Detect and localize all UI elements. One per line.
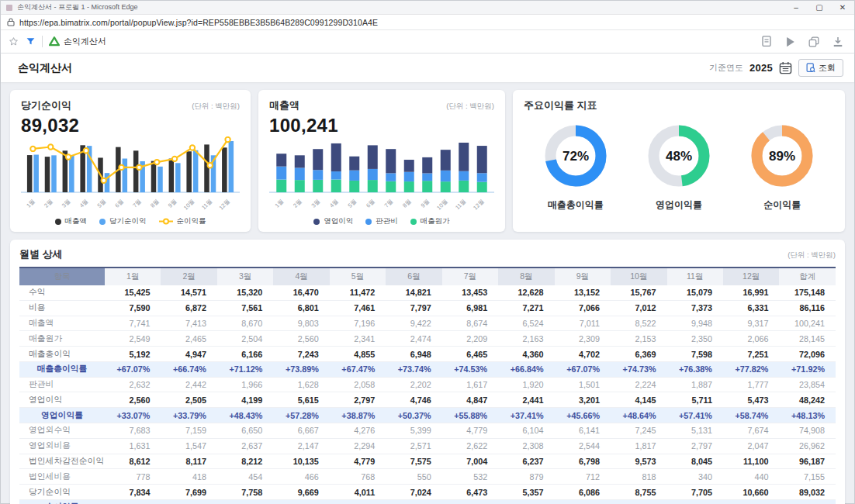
table-row: 영업외비용1,6311,5472,6372,1472,2942,5712,622…	[19, 438, 836, 454]
svg-text:2월: 2월	[292, 198, 303, 209]
url-bar[interactable]: https://epa.bimatrix.com/portal/popupVie…	[1, 15, 854, 30]
donut-label: 영업이익률	[656, 198, 702, 212]
cell-value: 2,632	[105, 377, 161, 392]
cell-value: 5,473	[723, 392, 779, 408]
cell-value: +57.41%	[667, 408, 723, 423]
cell-value: 2,202	[386, 377, 441, 392]
cell-value: 10,660	[723, 485, 779, 500]
cell-value: +71.92%	[779, 361, 836, 377]
legend-item[interactable]: 순이익률	[159, 216, 206, 226]
svg-text:7월: 7월	[383, 198, 395, 209]
cell-value: 12,628	[498, 285, 554, 300]
cell-value: +55.74%	[330, 499, 386, 504]
url-text[interactable]: https://epa.bimatrix.com/portal/popupVie…	[19, 18, 378, 27]
cell-value: 5,131	[667, 423, 723, 439]
star-icon[interactable]	[9, 36, 19, 47]
cell-value: 2,622	[442, 438, 498, 454]
cell-value: 6,798	[555, 454, 611, 469]
row-label: 판관비	[19, 377, 105, 392]
close-button[interactable]: ✕	[831, 1, 854, 14]
legend-item[interactable]: 당기순이익	[99, 216, 147, 226]
card-title: 당기순이익	[21, 98, 71, 112]
cell-value: 7,461	[330, 300, 386, 316]
maximize-button[interactable]: ▢	[808, 1, 831, 14]
search-doc-icon	[806, 63, 815, 73]
report-icon[interactable]	[761, 36, 772, 47]
cell-value: 7,590	[105, 300, 161, 316]
row-label: 영업외수익	[19, 423, 105, 439]
monthly-detail-card: 월별 상세 (단위 : 백만원) 항목1월2월3월4월5월6월7월8월9월10월…	[10, 240, 845, 504]
browser-window: 손익계산서 - 프로필 1 - Microsoft Edge – ▢ ✕ htt…	[0, 0, 855, 504]
cell-value: 6,166	[217, 347, 273, 362]
cell-value: 4,199	[217, 392, 273, 408]
cell-value: 4,847	[442, 392, 498, 408]
cell-value: 7,699	[161, 485, 216, 500]
row-label: 매출총이익률	[19, 361, 105, 377]
row-label: 비용	[19, 300, 105, 316]
cell-value: 454	[217, 469, 273, 485]
cell-value: 4,855	[330, 347, 386, 362]
sales-stacked-bar-chart: 1월2월3월4월5월6월7월8월9월10월11월12월	[269, 136, 494, 216]
cell-value: 15,767	[611, 285, 666, 300]
copy-icon[interactable]	[808, 36, 819, 47]
svg-text:10월: 10월	[182, 198, 196, 212]
titlebar: 손익계산서 - 프로필 1 - Microsoft Edge – ▢ ✕	[1, 1, 854, 15]
column-header: 12월	[723, 268, 779, 285]
calendar-icon	[779, 61, 792, 74]
legend-item[interactable]: 매출액	[55, 216, 88, 226]
legend-item[interactable]: 영업이익	[313, 216, 353, 226]
cell-value: 1,817	[611, 438, 666, 454]
donut-label: 매출총이익률	[548, 198, 604, 212]
search-button[interactable]: 조회	[798, 59, 843, 77]
minimize-button[interactable]: –	[784, 1, 808, 14]
donut-block: 89%순이익률	[736, 120, 829, 212]
cell-value: 11,472	[330, 285, 386, 300]
cell-value: 10,135	[273, 454, 329, 469]
legend-item[interactable]: 매출원가	[410, 216, 450, 226]
cell-value: 23,854	[779, 377, 836, 392]
table-row: 당기순이익7,8347,6997,7589,6694,0117,0246,473…	[19, 485, 836, 500]
cell-value: +38.87%	[330, 408, 386, 423]
base-year-value[interactable]: 2025	[749, 62, 773, 74]
legend-dot-icon	[365, 219, 372, 225]
lock-icon	[7, 18, 15, 26]
cell-value: 2,560	[105, 392, 161, 408]
window-favicon-icon	[5, 4, 13, 12]
cell-value: 8,612	[105, 454, 161, 469]
legend-line-marker-icon	[159, 218, 173, 225]
cell-value: 5,615	[273, 392, 329, 408]
cell-value: +74.53%	[442, 361, 498, 377]
bookmark-label[interactable]: 손익계산서	[64, 36, 106, 47]
table-row: 영업이익2,5602,5054,1995,6152,7974,7464,8472…	[19, 392, 836, 408]
cell-value: +77.46%	[667, 499, 723, 504]
cell-value: 9,948	[667, 316, 723, 331]
cell-value: 2,224	[611, 377, 666, 392]
cell-value: +88.82%	[779, 499, 836, 504]
legend-item[interactable]: 판관비	[365, 216, 398, 226]
cell-value: 7,024	[386, 485, 441, 500]
svg-text:12월: 12월	[472, 198, 486, 212]
cell-value: +48.13%	[779, 408, 836, 423]
donut-chart: 89%	[746, 120, 818, 192]
cell-value: 1,617	[442, 377, 498, 392]
cell-value: +73.74%	[386, 361, 441, 377]
row-label: 순이익률	[19, 499, 105, 504]
cell-value: +114.41%	[723, 499, 779, 504]
chart-legend: 영업이익판관비매출원가	[269, 216, 494, 226]
cell-value: +66.84%	[498, 361, 554, 377]
calendar-button[interactable]	[779, 61, 792, 74]
cell-value: 2,442	[161, 377, 216, 392]
filter-icon[interactable]	[26, 36, 36, 47]
cell-value: 26,962	[779, 438, 836, 454]
cell-value: 6,524	[498, 316, 554, 331]
cell-value: 6,141	[555, 423, 611, 439]
download-icon[interactable]	[832, 36, 843, 47]
cell-value: 2,047	[723, 438, 779, 454]
cell-value: 96,187	[779, 454, 836, 469]
cell-value: 16,991	[723, 285, 779, 300]
cell-value: 7,834	[105, 485, 161, 500]
svg-text:7월: 7월	[131, 198, 143, 209]
svg-text:72%: 72%	[562, 149, 589, 164]
table-row: 비용7,5906,8727,5616,8017,4617,7976,9817,2…	[19, 300, 836, 316]
play-icon[interactable]	[785, 36, 795, 47]
